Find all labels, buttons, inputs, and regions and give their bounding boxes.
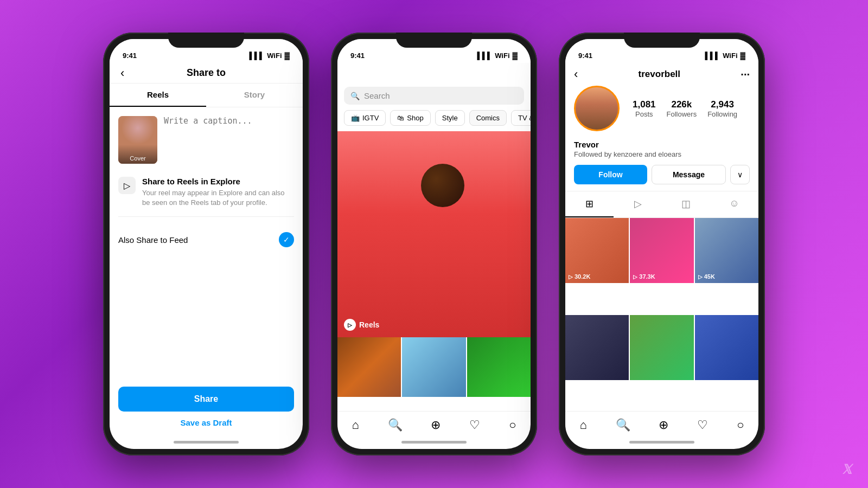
nav-home-3[interactable]: ⌂ — [579, 418, 586, 432]
tab-reels[interactable]: Reels — [110, 84, 206, 107]
battery-icon-2: ▓ — [513, 52, 518, 60]
profile-username: trevorbell — [584, 69, 734, 80]
cover-thumbnail[interactable]: Cover — [118, 116, 157, 164]
explore-grid — [337, 337, 531, 397]
share-button[interactable]: Share — [118, 387, 294, 412]
status-time-1: 9:41 — [123, 52, 137, 60]
wifi-icon-2: WiFi — [495, 52, 509, 60]
nav-plus-2[interactable]: ⊕ — [431, 418, 441, 432]
save-draft-button[interactable]: Save as Draft — [118, 418, 294, 427]
tab-tagged[interactable]: ☺ — [710, 191, 758, 217]
main-reel-video[interactable]: ▷ Reels — [337, 131, 531, 337]
following-count: 2,943 — [707, 99, 737, 110]
tab-reels-profile[interactable]: ▷ — [614, 191, 662, 217]
dropdown-button[interactable]: ∨ — [730, 165, 750, 184]
pgrid-cell-3[interactable]: ▷ 45K — [695, 218, 758, 283]
tab-story[interactable]: Story — [206, 84, 303, 107]
nav-heart-2[interactable]: ♡ — [469, 418, 480, 432]
followers-count: 226k — [667, 99, 697, 110]
explore-icon: ▷ — [118, 177, 136, 194]
home-indicator-3 — [629, 441, 694, 444]
tab-igtv-profile[interactable]: ◫ — [662, 191, 710, 217]
profile-actions: Follow Message ∨ — [565, 165, 758, 191]
pgrid-cell-2[interactable]: ▷ 37.3K — [630, 218, 693, 283]
profile-name-section: Trevor Followed by kenzoere and eloears — [565, 140, 758, 165]
following-label: Following — [707, 110, 737, 118]
pgrid-cell-6[interactable] — [695, 315, 758, 380]
profile-grid: ▷ 30.2K ▷ 37.3K ▷ 45K — [565, 218, 758, 411]
posts-label: Posts — [633, 110, 656, 118]
status-icons-3: ▌▌▌ WiFi ▓ — [705, 52, 745, 60]
also-share-checkbox[interactable]: ✓ — [279, 232, 294, 247]
category-shop[interactable]: 🛍 Shop — [390, 110, 430, 126]
also-share-row[interactable]: Also Share to Feed ✓ — [118, 226, 294, 254]
wifi-icon: WiFi — [267, 52, 282, 60]
share-footer: Share Save as Draft — [110, 378, 303, 436]
stat-followers: 226k Followers — [667, 99, 697, 118]
grid-cell-1[interactable] — [337, 337, 401, 397]
shop-icon: 🛍 — [397, 114, 404, 122]
notch-2 — [396, 33, 472, 48]
grid-cell-2[interactable] — [402, 337, 465, 397]
explore-feed: ▷ Reels — [337, 131, 531, 411]
notch-3 — [624, 33, 700, 48]
notch-1 — [168, 33, 244, 48]
battery-icon: ▓ — [285, 52, 290, 60]
posts-count: 1,081 — [633, 99, 656, 110]
nav-search-2[interactable]: 🔍 — [388, 418, 403, 432]
profile-info: 1,081 Posts 226k Followers 2,943 Followi… — [565, 86, 758, 140]
stat-posts: 1,081 Posts — [633, 99, 656, 118]
share-header: ‹ Share to — [110, 63, 303, 84]
status-time-3: 9:41 — [578, 52, 592, 60]
pgrid-cell-4[interactable] — [565, 315, 629, 380]
reels-icon-sm: ▷ — [344, 319, 356, 331]
signal-icon-3: ▌▌▌ — [705, 52, 720, 60]
video-count-2: ▷ 37.3K — [633, 273, 655, 280]
tab-grid[interactable]: ⊞ — [565, 191, 614, 217]
cover-label: Cover — [130, 155, 145, 162]
nav-home-2[interactable]: ⌂ — [352, 418, 359, 432]
category-comics[interactable]: Comics — [469, 110, 507, 126]
search-icon: 🔍 — [350, 92, 360, 100]
back-button-3[interactable]: ‹ — [574, 67, 578, 81]
search-input[interactable]: Search — [364, 91, 390, 100]
nav-person-3[interactable]: ○ — [737, 418, 744, 432]
nav-heart-3[interactable]: ♡ — [697, 418, 708, 432]
search-bar[interactable]: 🔍 Search — [344, 87, 524, 105]
profile-header: ‹ trevorbell ··· — [565, 63, 758, 86]
play-icon-3: ▷ — [698, 274, 703, 280]
pgrid-cell-5[interactable] — [630, 315, 693, 380]
category-igtv[interactable]: 📺 IGTV — [344, 110, 386, 126]
home-indicator-1 — [174, 441, 239, 444]
caption-input[interactable] — [164, 116, 294, 164]
phone-profile: 9:41 ▌▌▌ WiFi ▓ ‹ trevorbell ··· — [559, 33, 765, 455]
nav-plus-3[interactable]: ⊕ — [659, 418, 668, 432]
nav-search-3[interactable]: 🔍 — [616, 418, 630, 432]
follow-button[interactable]: Follow — [574, 165, 647, 184]
share-title: Share to — [187, 67, 226, 79]
video-count-1: ▷ 30.2K — [569, 273, 590, 280]
category-style[interactable]: Style — [435, 110, 465, 126]
status-time-2: 9:41 — [350, 52, 365, 60]
battery-icon-3: ▓ — [741, 52, 745, 60]
share-tabs: Reels Story — [110, 84, 303, 107]
grid-cell-3[interactable] — [467, 337, 531, 397]
play-icon-2: ▷ — [633, 274, 637, 280]
followers-label: Followers — [667, 110, 697, 118]
share-content: Cover ▷ Share to Reels in Explore Your r… — [110, 107, 303, 378]
share-explore-desc: Your reel may appear in Explore and can … — [142, 188, 294, 208]
category-tv-movies[interactable]: TV & Movie — [511, 110, 531, 126]
stats-row: 1,081 Posts 226k Followers 2,943 Followi… — [633, 99, 737, 118]
home-indicator-2 — [401, 441, 467, 444]
options-icon[interactable]: ··· — [741, 68, 750, 81]
nav-person-2[interactable]: ○ — [509, 418, 516, 432]
stat-following: 2,943 Following — [707, 99, 737, 118]
pgrid-cell-1[interactable]: ▷ 30.2K — [565, 218, 629, 283]
avatar-image — [576, 87, 618, 130]
profile-tabs: ⊞ ▷ ◫ ☺ — [565, 191, 758, 218]
avatar — [574, 86, 620, 131]
back-button-1[interactable]: ‹ — [120, 66, 124, 80]
reels-label: Reels — [359, 320, 379, 329]
wifi-icon-3: WiFi — [723, 52, 737, 60]
message-button[interactable]: Message — [652, 165, 726, 184]
